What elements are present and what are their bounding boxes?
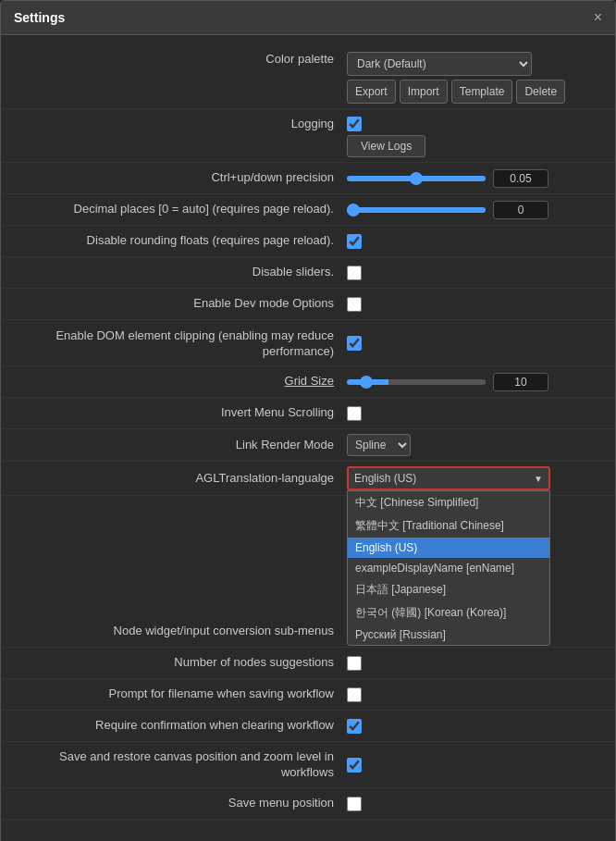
label-link-render-mode: Link Render Mode: [14, 438, 347, 453]
control-decimal-places: 0: [347, 201, 602, 219]
row-save-restore-canvas: Save and restore canvas position and zoo…: [1, 742, 615, 788]
control-enable-dom-clipping: [347, 336, 602, 351]
logging-checkbox[interactable]: [347, 117, 362, 131]
row-color-palette: Color palette Dark (Default) Light Custo…: [1, 43, 615, 109]
label-disable-sliders: Disable sliders.: [14, 265, 347, 280]
control-save-menu-position: [347, 797, 602, 811]
ctrl-precision-slider[interactable]: [347, 176, 486, 181]
row-prompt-for-filename: Prompt for filename when saving workflow: [1, 679, 615, 711]
lang-select-value: English (US): [354, 472, 416, 485]
close-button[interactable]: ×: [594, 10, 602, 25]
control-color-palette: Dark (Default) Light Custom Export Impor…: [347, 52, 602, 104]
lang-option-ja-jp[interactable]: 日本語 [Japanese]: [348, 578, 549, 601]
row-require-confirmation: Require confirmation when clearing workf…: [1, 711, 615, 742]
label-disable-rounding: Disable rounding floats (requires page r…: [14, 233, 347, 249]
row-invert-menu-scrolling: Invert Menu Scrolling: [1, 398, 615, 429]
row-disable-sliders: Disable sliders.: [1, 257, 615, 289]
row-enable-dev-mode: Enable Dev mode Options: [1, 289, 615, 320]
disable-sliders-checkbox[interactable]: [347, 266, 362, 280]
label-decimal-places: Decimal places [0 = auto] (requires page…: [14, 202, 347, 217]
control-require-confirmation: [347, 719, 602, 734]
label-color-palette: Color palette: [14, 52, 347, 68]
lang-option-en-display[interactable]: exampleDisplayName [enName]: [348, 558, 549, 578]
row-decimal-places: Decimal places [0 = auto] (requires page…: [1, 194, 615, 226]
enable-dev-mode-checkbox[interactable]: [347, 297, 362, 312]
lang-option-zh-cn[interactable]: 中文 [Chinese Simplified]: [348, 491, 549, 514]
label-require-confirmation: Require confirmation when clearing workf…: [14, 718, 347, 734]
number-of-nodes-checkbox[interactable]: [347, 656, 362, 671]
label-grid-size: Grid Size: [14, 374, 347, 390]
import-button[interactable]: Import: [400, 80, 448, 104]
export-button[interactable]: Export: [347, 80, 396, 104]
control-number-of-nodes: [347, 656, 602, 671]
control-enable-dev-mode: [347, 297, 602, 312]
label-enable-dom-clipping: Enable DOM element clipping (enabling ma…: [14, 327, 347, 360]
palette-buttons: Export Import Template Delete: [347, 80, 565, 104]
control-logging: View Logs: [347, 117, 602, 157]
row-logging: Logging View Logs: [1, 109, 615, 163]
decimal-places-value: 0: [493, 201, 548, 219]
lang-option-ko-kr[interactable]: 한국어 (韓國) [Korean (Korea)]: [348, 601, 549, 625]
label-enable-dev-mode: Enable Dev mode Options: [14, 296, 347, 312]
ctrl-precision-value: 0.05: [493, 169, 548, 188]
lang-dropdown: 中文 [Chinese Simplified] 繁體中文 [Traditiona…: [347, 490, 550, 646]
control-invert-menu-scrolling: [347, 406, 602, 421]
color-palette-select[interactable]: Dark (Default) Light Custom: [347, 52, 532, 76]
label-save-menu-position: Save menu position: [14, 796, 347, 811]
control-agl-translation: English (US) ▼ 中文 [Chinese Simplified] 繁…: [347, 466, 602, 490]
lang-select-wrapper: English (US) ▼ 中文 [Chinese Simplified] 繁…: [347, 466, 550, 490]
label-invert-menu-scrolling: Invert Menu Scrolling: [14, 405, 347, 421]
label-logging: Logging: [14, 117, 347, 132]
window-title: Settings: [14, 10, 65, 25]
require-confirmation-checkbox[interactable]: [347, 719, 362, 734]
control-link-render-mode: Spline Linear Hidden: [347, 434, 602, 456]
settings-body: Color palette Dark (Default) Light Custo…: [1, 35, 615, 841]
lang-option-ru-ru[interactable]: Русский [Russian]: [348, 625, 549, 645]
view-logs-button[interactable]: View Logs: [347, 135, 425, 157]
control-disable-sliders: [347, 266, 602, 280]
label-save-restore-canvas: Save and restore canvas position and zoo…: [14, 749, 347, 781]
disable-rounding-checkbox[interactable]: [347, 234, 362, 249]
save-restore-canvas-checkbox[interactable]: [347, 758, 362, 773]
row-grid-size: Grid Size 10: [1, 366, 615, 398]
row-number-of-nodes: Number of nodes suggestions: [1, 648, 615, 679]
label-agl-translation: AGLTranslation-langualge: [14, 471, 347, 487]
label-node-widget-conversion: Node widget/input conversion sub-menus: [14, 624, 347, 639]
control-ctrl-precision: 0.05: [347, 169, 602, 188]
lang-select-button[interactable]: English (US) ▼: [347, 466, 550, 490]
row-ctrl-precision: Ctrl+up/down precision 0.05: [1, 163, 615, 194]
link-render-select[interactable]: Spline Linear Hidden: [347, 434, 411, 456]
invert-menu-scrolling-checkbox[interactable]: [347, 406, 362, 421]
lang-option-zh-tw[interactable]: 繁體中文 [Traditional Chinese]: [348, 514, 549, 538]
row-agl-translation: AGLTranslation-langualge English (US) ▼ …: [1, 462, 615, 496]
lang-dropdown-icon: ▼: [534, 474, 543, 484]
enable-dom-clipping-checkbox[interactable]: [347, 336, 362, 351]
save-menu-position-checkbox[interactable]: [347, 797, 362, 811]
grid-size-value: 10: [493, 373, 548, 391]
grid-size-slider[interactable]: [347, 379, 486, 385]
settings-window: Settings × Color palette Dark (Default) …: [0, 0, 616, 841]
decimal-places-slider[interactable]: [347, 207, 486, 213]
label-number-of-nodes: Number of nodes suggestions: [14, 655, 347, 671]
row-link-render-mode: Link Render Mode Spline Linear Hidden: [1, 429, 615, 462]
control-prompt-for-filename: [347, 687, 602, 702]
row-disable-rounding: Disable rounding floats (requires page r…: [1, 226, 615, 257]
label-prompt-for-filename: Prompt for filename when saving workflow: [14, 686, 347, 702]
label-ctrl-precision: Ctrl+up/down precision: [14, 170, 347, 186]
template-button[interactable]: Template: [451, 80, 513, 104]
label-preview-image: When displaying a preview in the image w…: [14, 835, 347, 841]
delete-button[interactable]: Delete: [516, 80, 565, 104]
lang-option-en-us[interactable]: English (US): [348, 538, 549, 558]
control-grid-size: 10: [347, 373, 602, 391]
prompt-for-filename-checkbox[interactable]: [347, 687, 362, 702]
control-disable-rounding: [347, 234, 602, 249]
control-save-restore-canvas: [347, 758, 602, 773]
row-save-menu-position: Save menu position: [1, 788, 615, 820]
title-bar: Settings ×: [1, 1, 615, 35]
row-preview-image: When displaying a preview in the image w…: [1, 820, 615, 841]
row-enable-dom-clipping: Enable DOM element clipping (enabling ma…: [1, 320, 615, 366]
